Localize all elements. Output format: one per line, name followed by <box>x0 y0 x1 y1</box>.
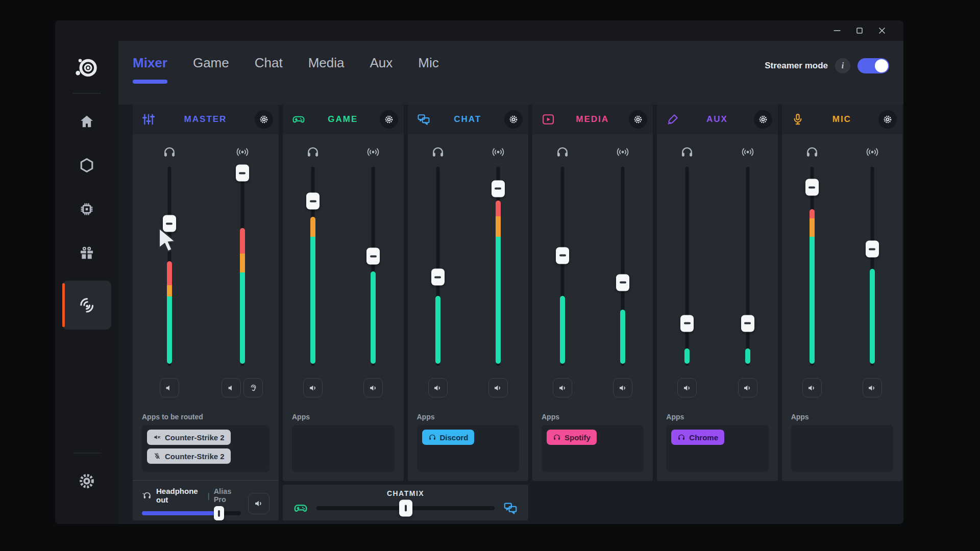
stream-volume-slider[interactable] <box>864 167 880 366</box>
ear-icon <box>249 383 258 393</box>
speaker-wave-icon <box>493 383 503 393</box>
stream-volume-slider[interactable] <box>365 167 381 366</box>
channel-title: AUX <box>680 114 753 124</box>
stream-slider-unit <box>468 134 528 366</box>
speaker-wave-button[interactable] <box>802 378 822 397</box>
speaker-wave-icon <box>618 383 628 393</box>
headphone-slider-unit <box>657 134 717 366</box>
channel-header-master: MASTER <box>133 105 279 134</box>
meter-segment-teal <box>310 237 315 364</box>
app-chip-spotify[interactable]: Spotify <box>547 430 597 445</box>
tab-underline <box>308 80 345 84</box>
headphone-volume-slider[interactable] <box>554 167 571 366</box>
device-volume-slider[interactable] <box>142 511 241 515</box>
channel-settings-button[interactable] <box>878 110 897 129</box>
meter-segment-red <box>167 261 172 285</box>
headphone-buttons <box>408 378 468 397</box>
slider-handle[interactable] <box>306 193 320 210</box>
stream-volume-slider[interactable] <box>615 167 631 366</box>
slider-handle[interactable] <box>163 215 176 232</box>
window-controls <box>826 20 893 41</box>
chatmix-slider[interactable] <box>316 506 495 510</box>
channel-settings-button[interactable] <box>504 110 523 129</box>
tab-chat[interactable]: Chat <box>255 55 283 84</box>
info-icon[interactable]: i <box>835 58 850 73</box>
speaker-wave-button[interactable] <box>488 378 508 397</box>
mic-muted-icon <box>153 452 161 460</box>
slider-handle[interactable] <box>616 274 629 291</box>
headphone-buttons <box>283 378 343 397</box>
app-body: MixerGameChatMediaAuxMic Streamer mode i… <box>55 41 903 524</box>
game-chat-group: GAMEAppsCHATAppsDiscordCHATMIX <box>283 105 528 520</box>
slider-handle[interactable] <box>741 315 754 332</box>
speaker-wave-icon <box>743 383 752 393</box>
channel-settings-button[interactable] <box>255 110 273 129</box>
channel-settings-button[interactable] <box>380 110 398 129</box>
stream-volume-slider[interactable] <box>740 167 756 366</box>
tab-media[interactable]: Media <box>308 55 345 84</box>
slider-handle[interactable] <box>366 248 380 265</box>
sidebar-item-engine[interactable] <box>70 193 103 226</box>
tab-underline <box>133 80 167 84</box>
slider-handle[interactable] <box>805 179 819 196</box>
stream-volume-slider[interactable] <box>490 167 506 366</box>
speaker-wave-button[interactable] <box>677 378 697 397</box>
app-chip-counter-strike-2[interactable]: Counter-Strike 2 <box>147 448 231 464</box>
sidebar-item-sonar[interactable] <box>62 281 111 330</box>
tab-mic[interactable]: Mic <box>418 55 438 84</box>
speaker-icon <box>164 383 174 393</box>
minimize-button[interactable] <box>826 20 848 41</box>
tab-label: Aux <box>370 55 393 71</box>
tab-mixer[interactable]: Mixer <box>133 55 167 84</box>
stream-icon <box>741 144 755 160</box>
speaker-wave-button[interactable] <box>303 378 323 397</box>
channel-settings-button[interactable] <box>754 110 772 129</box>
app-chip-counter-strike-2[interactable]: Counter-Strike 2 <box>147 430 231 445</box>
close-button[interactable] <box>871 20 893 41</box>
sidebar-item-home[interactable] <box>70 105 103 138</box>
stream-volume-slider[interactable] <box>234 167 251 366</box>
maximize-button[interactable] <box>848 20 871 41</box>
slider-handle[interactable] <box>431 269 445 286</box>
speaker-wave-button[interactable] <box>553 378 572 397</box>
headphone-volume-slider[interactable] <box>305 167 321 366</box>
speaker-button[interactable] <box>160 378 179 397</box>
sidebar-item-gear-hub[interactable] <box>70 149 103 182</box>
stream-slider-unit <box>718 134 778 366</box>
speaker-wave-button[interactable] <box>613 378 632 397</box>
slider-handle[interactable] <box>680 315 694 332</box>
speaker-wave-button[interactable] <box>428 378 448 397</box>
slider-handle[interactable] <box>492 180 505 197</box>
stream-buttons <box>343 378 403 397</box>
ear-button[interactable] <box>243 378 263 397</box>
tab-aux[interactable]: Aux <box>370 55 393 84</box>
headphone-volume-slider[interactable] <box>430 167 446 366</box>
headphone-volume-slider[interactable] <box>161 167 178 366</box>
app-chip-chrome[interactable]: Chrome <box>671 430 724 445</box>
headphone-volume-slider[interactable] <box>679 167 695 366</box>
channel-settings-button[interactable] <box>629 110 647 129</box>
mute-row <box>408 378 529 397</box>
slider-handle[interactable] <box>236 165 249 182</box>
chatmix-handle[interactable] <box>399 500 412 517</box>
speaker-wave-button[interactable] <box>863 378 882 397</box>
app-chip-discord[interactable]: Discord <box>422 430 475 445</box>
headphone-slider-unit <box>408 134 468 366</box>
meter-segment-teal <box>745 348 750 364</box>
meter-segment-teal <box>684 348 690 364</box>
streamer-mode-toggle[interactable] <box>857 58 889 73</box>
speaker-wave-button[interactable] <box>738 378 757 397</box>
device-mute-button[interactable] <box>248 493 270 514</box>
sidebar-item-giveaways[interactable] <box>70 237 103 269</box>
slider-handle[interactable] <box>556 247 569 264</box>
slider-handle[interactable] <box>214 506 224 520</box>
speaker-muted-icon <box>153 433 161 441</box>
stream-buttons <box>718 378 778 397</box>
headphone-volume-slider[interactable] <box>804 167 820 366</box>
speaker-wave-button[interactable] <box>363 378 383 397</box>
tab-game[interactable]: Game <box>193 55 229 84</box>
sidebar-item-settings[interactable] <box>70 465 103 497</box>
speaker-button[interactable] <box>222 378 241 397</box>
headphone-icon <box>677 433 685 441</box>
slider-handle[interactable] <box>866 241 879 258</box>
